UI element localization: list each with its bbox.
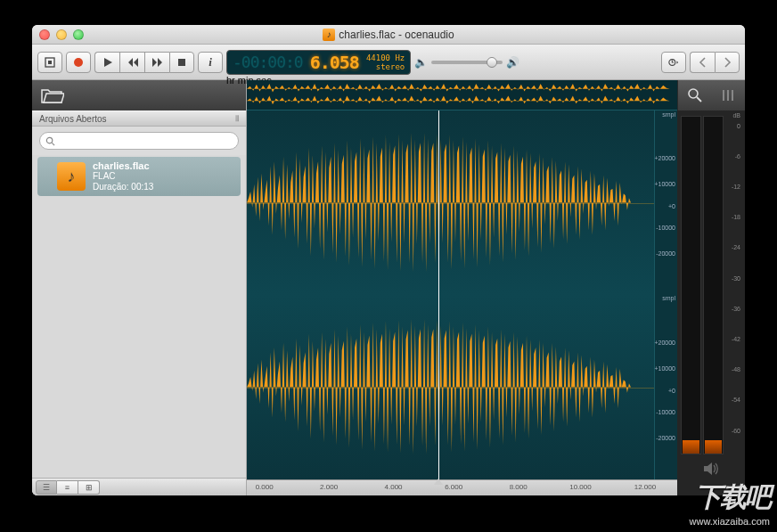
window-title: ♪ charlies.flac - ocenaudio [32,29,745,41]
item-indicator-icon [43,173,50,180]
file-list[interactable]: ♪ charlies.flac FLAC Duração: 00:13 [32,155,246,478]
grid-view-button[interactable]: ⊞ [78,480,100,495]
zoom-window-button[interactable] [73,29,84,40]
level-meters: dB 0 -6 -12 -18 -24 -30 -36 -42 -48 -54 … [677,110,745,479]
record-button[interactable] [66,52,91,73]
main-toolbar: i -00:00:06.058 44100 Hz stereo hr min s… [32,45,745,80]
file-list-item[interactable]: ♪ charlies.flac FLAC Duração: 00:13 [37,157,241,196]
waveform-canvas[interactable]: smpl +20000 +10000 +0 -10000 -20000 smpl… [247,110,677,479]
meter-left [681,116,701,454]
sidebar: Arquivos Abertos ⦀ ♪ charlies.flac FLAC … [32,80,247,495]
svg-point-6 [689,89,698,98]
window-titlebar[interactable]: ♪ charlies.flac - ocenaudio [32,25,745,45]
zoom-icon[interactable] [687,87,703,103]
sidebar-header[interactable] [32,80,246,110]
speaker-high-icon: 🔊 [506,56,519,69]
svg-rect-7 [723,90,724,101]
playhead[interactable] [438,110,439,479]
forward-nav-button[interactable] [715,52,740,73]
compact-view-button[interactable]: ≡ [57,480,78,495]
time-display[interactable]: -00:00:06.058 44100 Hz stereo hr min sec [226,50,411,75]
audio-file-icon: ♪ [57,162,86,191]
svg-rect-9 [732,90,733,101]
back-button[interactable] [690,52,715,73]
meter-settings-icon[interactable] [720,87,736,103]
svg-rect-1 [48,61,52,64]
svg-rect-8 [727,90,729,101]
volume-thumb[interactable] [487,57,497,68]
search-icon [45,136,55,146]
forward-button[interactable] [144,52,169,73]
meter-right [703,116,724,454]
section-grip-icon: ⦀ [235,113,239,124]
file-duration: Duração: 00:13 [93,182,153,192]
document-icon: ♪ [323,29,335,41]
waveform-overview[interactable] [247,80,677,110]
meter-mute-button[interactable] [677,458,745,479]
minimize-window-button[interactable] [56,29,67,40]
app-window: ♪ charlies.flac - ocenaudio i -00:00:06.… [32,25,745,495]
info-button[interactable]: i [198,52,223,73]
folder-open-icon [41,86,64,105]
speaker-icon [703,462,719,476]
svg-point-5 [46,137,52,143]
transport-group [94,52,194,73]
search-input[interactable] [59,135,233,146]
channel-right [247,295,654,479]
svg-rect-3 [178,59,185,66]
elapsed-negative: -00:00:0 [233,53,303,71]
meter-header [677,80,745,110]
time-ruler[interactable]: 0.000 2.000 4.000 6.000 8.000 10.000 12.… [247,479,677,495]
file-name: charlies.flac [93,160,153,171]
sidebar-view-toggle: ☰ ≡ ⊞ [32,478,246,495]
history-menu-button[interactable] [661,52,686,73]
svg-point-2 [74,58,83,67]
nav-group [690,52,740,73]
elapsed-seconds: 6.058 [310,52,359,73]
close-window-button[interactable] [39,29,50,40]
sidebar-search [32,127,246,155]
amplitude-scale: smpl +20000 +10000 +0 -10000 -20000 smpl… [654,110,677,479]
speaker-low-icon: 🔈 [414,56,428,69]
meter-db-scale: dB 0 -6 -12 -18 -24 -30 -36 -42 -48 -54 … [725,116,741,454]
channel-left [247,110,654,295]
audio-format-info: 44100 Hz stereo [366,53,405,71]
file-format: FLAC [93,171,153,182]
cursor-tool-button[interactable] [37,52,62,73]
volume-slider[interactable]: 🔈 🔊 [414,56,519,69]
editor-area: smpl +20000 +10000 +0 -10000 -20000 smpl… [247,80,745,495]
list-view-button[interactable]: ☰ [36,480,57,495]
rewind-button[interactable] [119,52,144,73]
play-button[interactable] [94,52,119,73]
stop-button[interactable] [169,52,194,73]
sidebar-section-header[interactable]: Arquivos Abertos ⦀ [32,110,246,127]
